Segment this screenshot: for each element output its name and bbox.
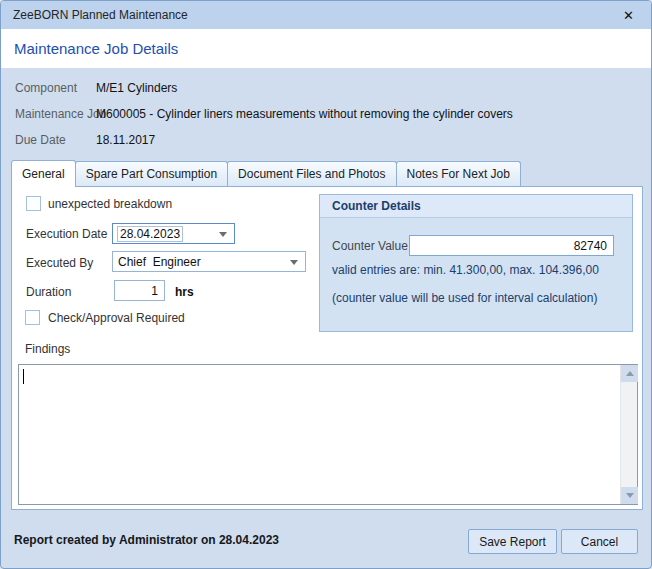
counter-note-text: (counter value will be used for interval… xyxy=(332,291,597,305)
maintenance-job-label: Maintenance Job xyxy=(15,107,106,121)
execution-date-input[interactable]: 28.04.2023 xyxy=(112,223,235,244)
executed-by-combobox[interactable]: Chief Engineer xyxy=(112,251,306,272)
tab-spare-part-consumption-label: Spare Part Consumption xyxy=(86,167,217,181)
cancel-button[interactable]: Cancel xyxy=(561,529,638,554)
text-caret xyxy=(23,369,24,384)
due-date-value: 18.11.2017 xyxy=(96,133,155,147)
dropdown-arrow-icon[interactable] xyxy=(219,232,227,237)
unexpected-breakdown-checkbox[interactable] xyxy=(26,196,41,211)
close-icon: ✕ xyxy=(623,8,634,23)
window-title: ZeeBORN Planned Maintenance xyxy=(13,8,188,22)
executed-by-value: Chief Engineer xyxy=(118,255,201,269)
component-value: M/E1 Cylinders xyxy=(96,81,177,95)
counter-value-label: Counter Value xyxy=(332,239,408,253)
execution-date-label: Execution Date xyxy=(26,227,107,241)
tab-spare-part-consumption[interactable]: Spare Part Consumption xyxy=(75,161,228,186)
executed-by-label: Executed By xyxy=(26,256,93,270)
duration-unit-label: hrs xyxy=(175,285,194,299)
unexpected-breakdown-label: unexpected breakdown xyxy=(48,197,172,211)
component-label: Component xyxy=(15,81,77,95)
arrow-down-icon xyxy=(626,493,634,498)
execution-date-value: 28.04.2023 xyxy=(117,226,183,242)
counter-valid-entries-text: valid entries are: min. 41.300,00, max. … xyxy=(332,263,599,277)
scroll-down-button[interactable] xyxy=(621,487,638,504)
tab-document-files-and-photos[interactable]: Document Files and Photos xyxy=(227,161,396,186)
tab-general-label: General xyxy=(22,167,65,181)
scroll-up-button[interactable] xyxy=(621,365,638,382)
tab-document-files-and-photos-label: Document Files and Photos xyxy=(238,167,385,181)
maintenance-job-value: M600005 - Cylinder liners measurements w… xyxy=(96,107,513,121)
close-button[interactable]: ✕ xyxy=(618,7,639,24)
tab-notes-for-next-job-label: Notes For Next Job xyxy=(407,167,510,181)
title-bar: ZeeBORN Planned Maintenance ✕ xyxy=(1,1,651,29)
duration-value: 1 xyxy=(115,284,164,298)
report-created-text: Report created by Administrator on 28.04… xyxy=(14,533,279,547)
findings-textarea[interactable] xyxy=(18,364,638,505)
save-report-button[interactable]: Save Report xyxy=(468,529,557,554)
counter-value: 82740 xyxy=(410,239,613,253)
dropdown-arrow-icon[interactable] xyxy=(290,260,298,265)
check-approval-checkbox[interactable] xyxy=(25,310,40,325)
counter-value-input[interactable]: 82740 xyxy=(409,235,614,256)
findings-label: Findings xyxy=(25,342,70,356)
cancel-label: Cancel xyxy=(581,535,618,549)
counter-details-header: Counter Details xyxy=(320,195,632,218)
tab-notes-for-next-job[interactable]: Notes For Next Job xyxy=(396,161,521,186)
counter-details-title: Counter Details xyxy=(332,199,421,213)
check-approval-label: Check/Approval Required xyxy=(48,311,185,325)
findings-scrollbar[interactable] xyxy=(620,365,637,504)
tab-content-general: unexpected breakdown Execution Date 28.0… xyxy=(11,186,643,510)
dialog-header: Maintenance Job Details xyxy=(1,29,651,68)
arrow-up-icon xyxy=(626,371,634,376)
due-date-label: Due Date xyxy=(15,133,66,147)
duration-label: Duration xyxy=(26,285,71,299)
dialog-window: ZeeBORN Planned Maintenance ✕ Maintenanc… xyxy=(0,0,652,569)
counter-details-panel: Counter Details Counter Value 82740 vali… xyxy=(319,194,633,332)
save-report-label: Save Report xyxy=(479,535,546,549)
tab-strip: General Spare Part Consumption Document … xyxy=(11,160,520,187)
tab-general[interactable]: General xyxy=(11,160,76,187)
page-title: Maintenance Job Details xyxy=(14,40,178,57)
duration-input[interactable]: 1 xyxy=(114,280,165,301)
